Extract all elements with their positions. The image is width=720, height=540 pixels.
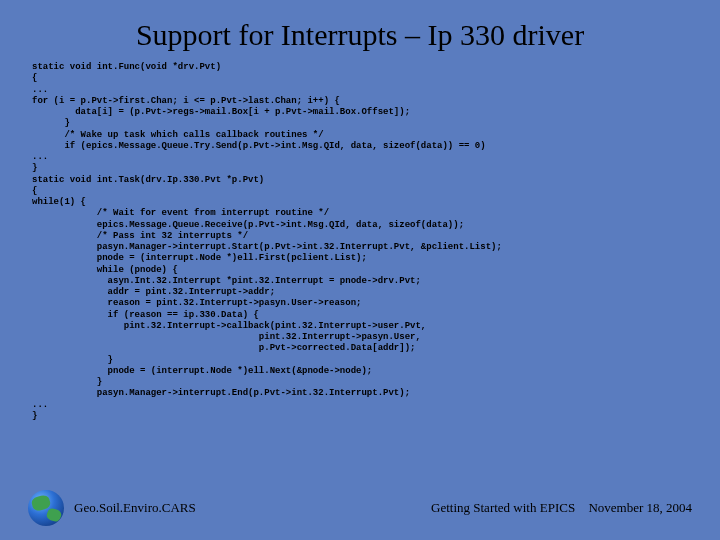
footer-course: Getting Started with EPICS [431,500,575,515]
footer-date: November 18, 2004 [588,500,692,515]
code-block: static void int.Func(void *drv.Pvt) { ..… [32,62,692,422]
globe-icon [28,490,64,526]
slide-title: Support for Interrupts – Ip 330 driver [28,18,692,52]
footer-left: Geo.Soil.Enviro.CARS [74,500,196,516]
footer-right: Getting Started with EPICS November 18, … [431,500,692,516]
slide: Support for Interrupts – Ip 330 driver s… [0,0,720,540]
footer: Geo.Soil.Enviro.CARS Getting Started wit… [0,490,720,526]
